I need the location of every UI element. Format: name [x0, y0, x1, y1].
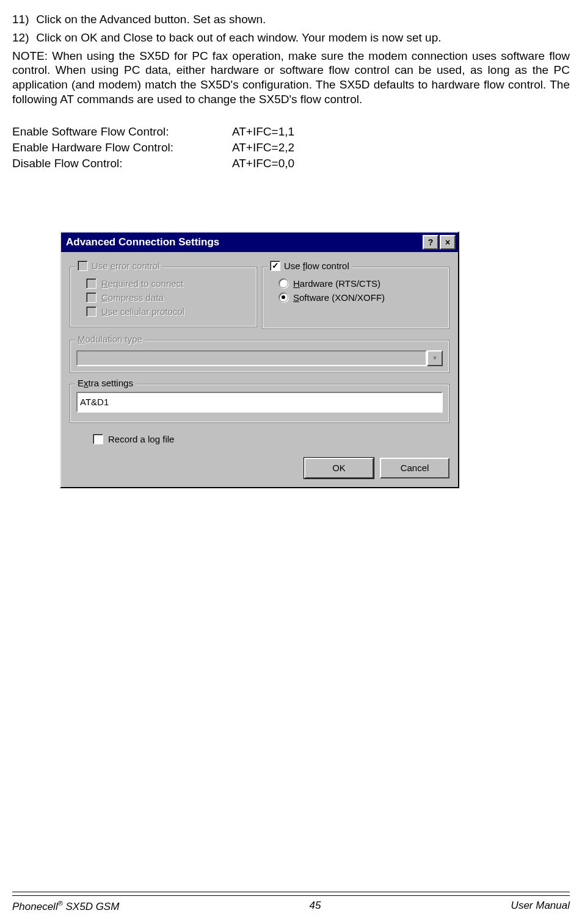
required-to-connect-checkbox[interactable]: [86, 278, 96, 289]
chevron-down-icon[interactable]: ▼: [427, 350, 443, 366]
cmd-value: AT+IFC=1,1: [232, 125, 294, 139]
advanced-connection-settings-dialog: Advanced Connection Settings ? × Use err…: [60, 231, 459, 488]
hardware-flow-row: Hardware (RTS/CTS): [278, 278, 443, 289]
record-log-row: Record a log file: [93, 434, 449, 444]
compress-data-checkbox[interactable]: [86, 292, 96, 303]
titlebar[interactable]: Advanced Connection Settings ? ×: [61, 233, 458, 252]
dialog-title: Advanced Connection Settings: [66, 236, 421, 248]
use-flow-control-checkbox[interactable]: [270, 261, 280, 271]
use-error-control-checkbox[interactable]: [78, 261, 88, 271]
modulation-type-legend: Modulation type: [75, 334, 145, 344]
cmd-row: Enable Hardware Flow Control: AT+IFC=2,2: [12, 141, 570, 154]
step-11-text: Click on the Advanced button. Set as sho…: [36, 13, 266, 26]
cmd-label: Enable Hardware Flow Control:: [12, 141, 232, 154]
close-button[interactable]: ×: [440, 235, 456, 250]
step-12: 12) Click on OK and Close to back out of…: [12, 31, 570, 45]
extra-settings-legend: Extra settings: [75, 378, 136, 388]
footer-left: Phonecell® SX5D GSM: [12, 900, 119, 913]
step-12-num: 12): [12, 31, 33, 45]
cmd-label: Enable Software Flow Control:: [12, 125, 232, 139]
cmd-row: Enable Software Flow Control: AT+IFC=1,1: [12, 125, 570, 139]
cmd-label: Disable Flow Control:: [12, 157, 232, 170]
cmd-value: AT+IFC=0,0: [232, 157, 294, 170]
compress-data-row: Compress data: [86, 292, 250, 303]
dialog-buttons: OK Cancel: [61, 458, 458, 487]
error-control-legend: Use error control: [75, 261, 162, 271]
cmd-row: Disable Flow Control: AT+IFC=0,0: [12, 157, 570, 170]
required-to-connect-row: Required to connect: [86, 278, 250, 289]
step-11: 11) Click on the Advanced button. Set as…: [12, 12, 570, 27]
page-footer: Phonecell® SX5D GSM 45 User Manual: [12, 892, 570, 913]
note-paragraph: NOTE: When using the SX5D for PC fax ope…: [12, 49, 570, 107]
step-12-text: Click on OK and Close to back out of eac…: [36, 31, 441, 44]
error-control-group: Use error control Required to connect Co…: [70, 267, 257, 327]
hardware-radio[interactable]: [278, 278, 288, 288]
footer-right: User Manual: [511, 900, 570, 913]
software-radio[interactable]: [278, 292, 288, 302]
modulation-type-field: [76, 350, 427, 366]
software-flow-row: Software (XON/XOFF): [278, 292, 443, 303]
use-cellular-protocol-row: Use cellular protocol: [86, 306, 250, 317]
use-cellular-protocol-checkbox[interactable]: [86, 306, 96, 317]
ok-button[interactable]: OK: [304, 458, 374, 478]
help-button[interactable]: ?: [423, 235, 438, 250]
modulation-type-dropdown[interactable]: ▼: [76, 350, 443, 366]
cmd-value: AT+IFC=2,2: [232, 141, 294, 154]
record-log-label: Record a log file: [108, 434, 174, 444]
extra-settings-group: Extra settings AT&D1: [70, 384, 449, 423]
flow-control-group: Use flow control Hardware (RTS/CTS) Soft…: [262, 267, 449, 329]
record-log-checkbox[interactable]: [93, 434, 103, 444]
cancel-button[interactable]: Cancel: [380, 458, 449, 478]
step-11-num: 11): [12, 12, 33, 27]
extra-settings-input[interactable]: AT&D1: [76, 392, 443, 413]
flow-control-commands: Enable Software Flow Control: AT+IFC=1,1…: [12, 125, 570, 170]
flow-control-legend: Use flow control: [267, 261, 352, 271]
footer-page-number: 45: [310, 900, 321, 913]
extra-settings-value: AT&D1: [80, 397, 109, 407]
modulation-type-group: Modulation type ▼: [70, 340, 449, 373]
